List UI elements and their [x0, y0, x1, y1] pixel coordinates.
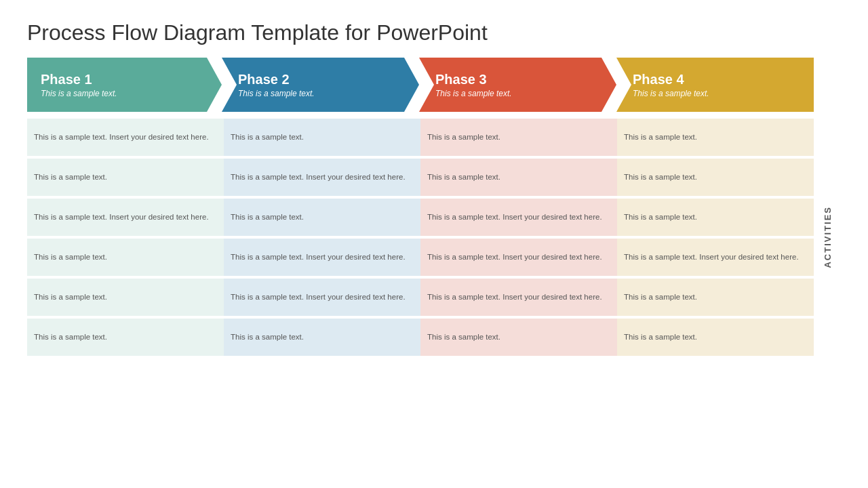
cell-r1-c2[interactable]: This is a sample text.	[224, 119, 420, 156]
phase-label-3: Phase 3	[435, 72, 606, 87]
cell-r6-c2[interactable]: This is a sample text.	[224, 319, 420, 356]
phase-arrow-3: Phase 3 This is a sample text.	[419, 58, 616, 112]
cell-r4-c4[interactable]: This is a sample text. Insert your desir…	[617, 239, 814, 276]
cell-r3-c2[interactable]: This is a sample text.	[224, 199, 420, 236]
activities-label-text: ACTIVITIES	[823, 206, 833, 268]
cell-r6-c4[interactable]: This is a sample text.	[617, 319, 814, 356]
cell-r6-c1[interactable]: This is a sample text.	[27, 319, 224, 356]
cell-r1-c4[interactable]: This is a sample text.	[617, 119, 814, 156]
cell-r1-c1[interactable]: This is a sample text. Insert your desir…	[27, 119, 224, 156]
page-title: Process Flow Diagram Template for PowerP…	[27, 20, 841, 45]
columns-container: This is a sample text. Insert your desir…	[27, 119, 814, 356]
cell-r2-c4[interactable]: This is a sample text.	[617, 159, 814, 196]
cell-r3-c1[interactable]: This is a sample text. Insert your desir…	[27, 199, 224, 236]
phase-label-1: Phase 1	[41, 72, 211, 87]
cell-r6-c3[interactable]: This is a sample text.	[420, 319, 617, 356]
phase-subtitle-2: This is a sample text.	[238, 89, 408, 98]
cell-r3-c3[interactable]: This is a sample text. Insert your desir…	[420, 199, 617, 236]
cell-r2-c1[interactable]: This is a sample text.	[27, 159, 224, 196]
cell-r5-c3[interactable]: This is a sample text. Insert your desir…	[420, 279, 617, 316]
phase-arrow-4: Phase 4 This is a sample text.	[616, 58, 814, 112]
activities-label-container: ACTIVITIES	[814, 119, 841, 356]
cell-r1-c3[interactable]: This is a sample text.	[420, 119, 617, 156]
column-2: This is a sample text.This is a sample t…	[224, 119, 420, 356]
phase-subtitle-3: This is a sample text.	[435, 89, 606, 98]
cell-r4-c1[interactable]: This is a sample text.	[27, 239, 224, 276]
cell-r5-c1[interactable]: This is a sample text.	[27, 279, 224, 316]
diagram-wrapper: Phase 1 This is a sample text.Phase 2 Th…	[27, 58, 841, 356]
cell-r5-c4[interactable]: This is a sample text.	[617, 279, 814, 316]
phase-arrow-2: Phase 2 This is a sample text.	[222, 58, 419, 112]
cell-r2-c3[interactable]: This is a sample text.	[420, 159, 617, 196]
phase-label-2: Phase 2	[238, 72, 408, 87]
cell-r4-c3[interactable]: This is a sample text. Insert your desir…	[420, 239, 617, 276]
phase-subtitle-1: This is a sample text.	[41, 89, 211, 98]
phases-row: Phase 1 This is a sample text.Phase 2 Th…	[27, 58, 814, 112]
column-1: This is a sample text. Insert your desir…	[27, 119, 224, 356]
cell-r3-c4[interactable]: This is a sample text.	[617, 199, 814, 236]
cell-r2-c2[interactable]: This is a sample text. Insert your desir…	[224, 159, 420, 196]
cell-r5-c2[interactable]: This is a sample text. Insert your desir…	[224, 279, 420, 316]
cell-r4-c2[interactable]: This is a sample text. Insert your desir…	[224, 239, 420, 276]
phase-arrow-1: Phase 1 This is a sample text.	[27, 58, 222, 112]
column-4: This is a sample text.This is a sample t…	[617, 119, 814, 356]
phase-label-4: Phase 4	[633, 72, 803, 87]
table-area: This is a sample text. Insert your desir…	[27, 119, 841, 356]
phase-subtitle-4: This is a sample text.	[633, 89, 803, 98]
column-3: This is a sample text.This is a sample t…	[420, 119, 617, 356]
